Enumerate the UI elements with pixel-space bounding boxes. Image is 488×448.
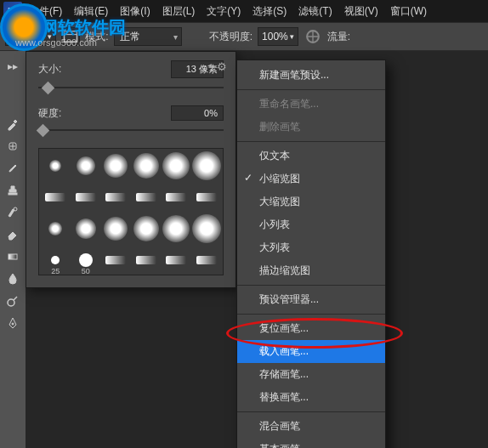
panel-menu-gear-icon[interactable]: ⚙ — [217, 60, 227, 73]
menu-layer[interactable]: 图层(L) — [157, 1, 201, 22]
brush-preset[interactable] — [162, 150, 191, 181]
chevron-down-icon: ▾ — [290, 32, 294, 41]
flow-label: 流量: — [327, 30, 350, 44]
ctx-item[interactable]: 仅文本 — [237, 145, 385, 167]
brush-preset[interactable] — [192, 213, 222, 244]
brush-preset[interactable] — [192, 245, 222, 275]
separator — [237, 285, 385, 286]
watermark: 网软软件园 www.orsgo500.com — [0, 3, 126, 51]
dodge-tool-icon[interactable] — [3, 291, 23, 311]
ctx-item[interactable]: 载入画笔... — [237, 340, 385, 363]
ctx-item[interactable]: 小列表 — [237, 213, 385, 236]
brush-preset[interactable] — [71, 150, 101, 181]
expand-tool-icon[interactable]: ▸▸ — [3, 56, 23, 77]
brush-preset[interactable] — [101, 213, 131, 244]
pressure-opacity-icon[interactable] — [304, 27, 322, 46]
hardness-value[interactable]: 0% — [171, 105, 224, 121]
toolbar: ▸▸ — [0, 51, 26, 448]
brush-preset[interactable] — [162, 213, 191, 244]
ctx-item[interactable]: 预设管理器... — [237, 288, 385, 311]
menu-window[interactable]: 窗口(W) — [385, 1, 432, 22]
menu-view[interactable]: 视图(V) — [339, 1, 383, 22]
watermark-title: 网软软件园 — [41, 16, 126, 39]
separator — [237, 411, 385, 412]
brush-preset[interactable] — [71, 213, 101, 244]
hardness-label: 硬度: — [38, 106, 61, 121]
brush-preset[interactable] — [101, 150, 131, 181]
gradient-tool-icon[interactable] — [3, 247, 23, 267]
size-value[interactable]: 13 像素 — [171, 60, 224, 78]
brush-preset[interactable] — [162, 245, 191, 275]
brush-preset[interactable] — [41, 213, 71, 244]
ctx-item[interactable]: 复位画笔... — [237, 317, 385, 340]
ctx-item[interactable]: 基本画笔 — [237, 438, 385, 448]
brush-preset[interactable] — [41, 182, 71, 213]
watermark-url: www.orsgo500.com — [15, 37, 97, 48]
separator — [237, 314, 385, 315]
ctx-item[interactable]: 小缩览图 — [237, 167, 385, 190]
brush-preset-panel: ◂ ⚙ 大小: 13 像素 硬度: 0% 25 50 — [26, 51, 236, 288]
opacity-input[interactable]: 100% ▾ — [258, 27, 298, 46]
separator — [237, 141, 385, 142]
blur-tool-icon[interactable] — [3, 269, 23, 289]
brush-preset[interactable] — [192, 150, 222, 181]
opacity-label: 不透明度: — [209, 30, 253, 44]
brush-preset[interactable] — [132, 245, 162, 275]
ctx-item[interactable]: 新建画笔预设... — [237, 64, 385, 87]
brush-preset[interactable] — [192, 182, 222, 213]
pen-tool-icon[interactable] — [3, 313, 23, 333]
ctx-item[interactable]: 大缩览图 — [237, 190, 385, 213]
ctx-item[interactable]: 存储画笔... — [237, 363, 385, 386]
ctx-item[interactable]: 替换画笔... — [237, 386, 385, 409]
ctx-item[interactable]: 大列表 — [237, 236, 385, 259]
size-slider[interactable] — [38, 82, 224, 94]
brush-preset[interactable] — [162, 182, 191, 213]
panel-arrow-icon[interactable]: ◂ — [207, 60, 212, 70]
history-brush-tool-icon[interactable] — [3, 202, 23, 223]
stamp-tool-icon[interactable] — [3, 180, 23, 201]
ctx-item[interactable]: 混合画笔 — [237, 415, 385, 438]
brush-tool-icon[interactable] — [3, 158, 23, 179]
brush-preset-grid: 25 50 — [38, 148, 224, 275]
opacity-value: 100% — [262, 31, 288, 43]
brush-preset[interactable] — [132, 150, 162, 181]
brush-size-num: 25 — [51, 267, 60, 275]
svg-point-7 — [14, 207, 17, 211]
ctx-item: 删除画笔 — [237, 116, 385, 139]
eraser-tool-icon[interactable] — [3, 224, 23, 245]
brush-preset[interactable] — [132, 182, 162, 213]
svg-rect-6 — [9, 193, 17, 195]
svg-point-11 — [12, 323, 14, 325]
brush-preset[interactable]: 25 — [41, 245, 71, 275]
menu-type[interactable]: 文字(Y) — [201, 1, 246, 22]
eyedropper-tool-icon[interactable] — [3, 114, 23, 134]
ctx-item: 重命名画笔... — [237, 93, 385, 116]
brush-preset[interactable] — [132, 213, 162, 244]
brush-preset[interactable]: 50 — [71, 245, 101, 275]
svg-rect-8 — [9, 254, 17, 259]
ctx-item[interactable]: 描边缩览图 — [237, 259, 385, 282]
menu-filter[interactable]: 滤镜(T) — [293, 1, 337, 22]
size-label: 大小: — [38, 62, 61, 77]
brush-preset[interactable] — [101, 245, 131, 275]
svg-line-10 — [14, 297, 17, 300]
brush-preset[interactable] — [101, 182, 131, 213]
svg-point-9 — [8, 299, 14, 306]
separator — [237, 89, 385, 90]
brush-context-menu: 新建画笔预设...重命名画笔...删除画笔仅文本小缩览图大缩览图小列表大列表描边… — [236, 60, 386, 448]
hardness-slider[interactable] — [38, 124, 224, 136]
brush-preset[interactable] — [71, 182, 101, 213]
menu-select[interactable]: 选择(S) — [247, 1, 292, 22]
brush-size-num: 50 — [82, 267, 90, 275]
brush-preset[interactable] — [41, 150, 71, 181]
healing-tool-icon[interactable] — [3, 136, 23, 156]
